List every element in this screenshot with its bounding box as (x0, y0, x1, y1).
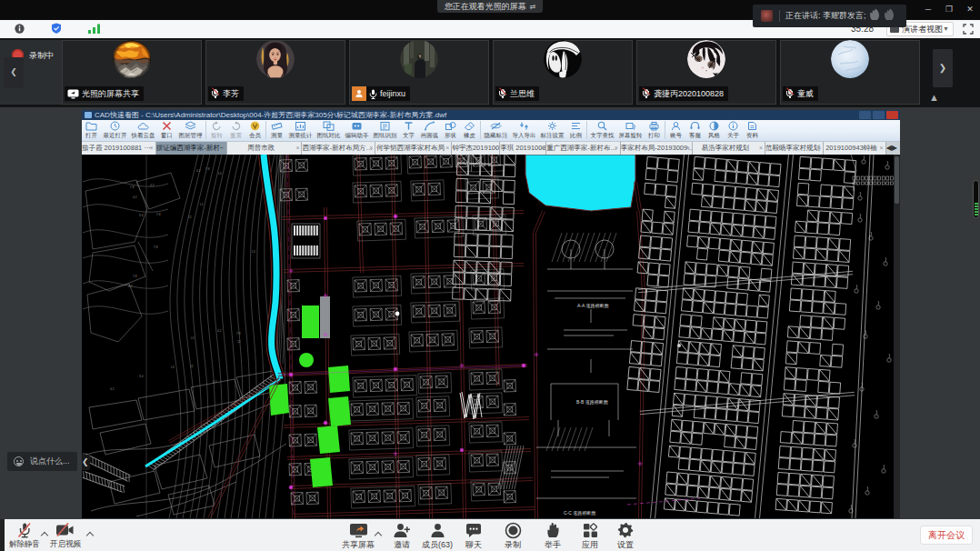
svg-text:4.2: 4.2 (196, 169, 201, 173)
svg-text:A-A 道路横断面: A-A 道路横断面 (577, 303, 608, 309)
svg-text:12: 12 (237, 340, 241, 344)
svg-text:12: 12 (190, 365, 194, 368)
svg-text:L3: L3 (218, 172, 222, 175)
svg-text:7.8: 7.8 (205, 167, 210, 171)
svg-text:C-C 道路横断面: C-C 道路横断面 (564, 510, 595, 516)
svg-text:4.2: 4.2 (150, 184, 155, 187)
svg-text:7.8: 7.8 (133, 275, 137, 278)
svg-text:7.8: 7.8 (236, 332, 241, 336)
svg-text:3.4: 3.4 (139, 375, 144, 378)
svg-text:B-B 道路横断面: B-B 道路横断面 (576, 399, 608, 406)
svg-text:4.2: 4.2 (110, 387, 115, 391)
svg-text:3.4: 3.4 (139, 214, 144, 217)
svg-text:L3: L3 (252, 250, 255, 254)
svg-text:12: 12 (188, 215, 192, 219)
svg-text:4.2: 4.2 (133, 195, 137, 199)
svg-text:L3: L3 (171, 366, 175, 369)
svg-text:7.8: 7.8 (156, 213, 161, 216)
svg-text:L5: L5 (200, 203, 204, 206)
svg-text:7.8: 7.8 (130, 185, 135, 189)
svg-text:7.8: 7.8 (154, 245, 158, 249)
svg-text:4.2: 4.2 (217, 329, 222, 333)
svg-text:L5: L5 (191, 336, 195, 340)
